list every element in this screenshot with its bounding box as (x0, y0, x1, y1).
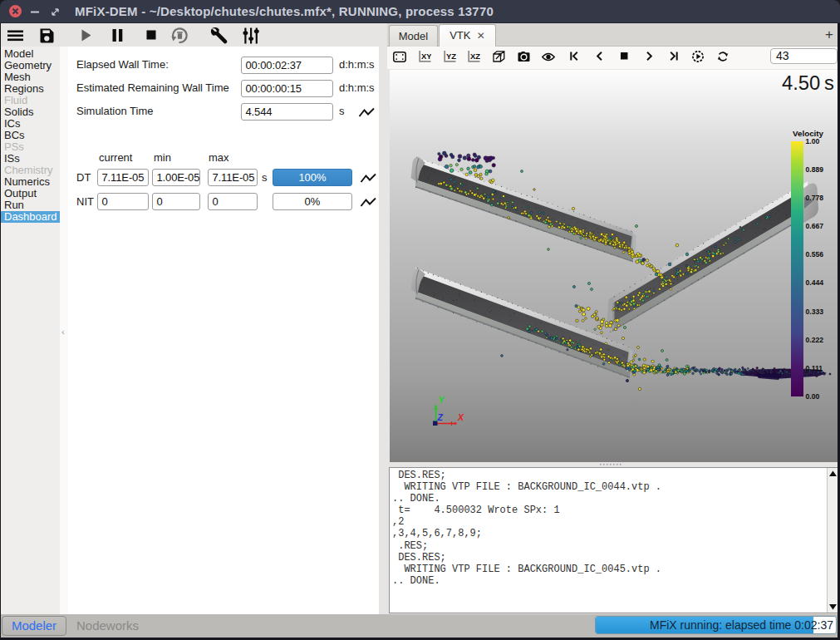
svg-text:1.00: 1.00 (806, 137, 820, 145)
svg-text:0.889: 0.889 (806, 165, 824, 174)
svg-text:0.778: 0.778 (806, 194, 824, 202)
svg-text:0.667: 0.667 (806, 222, 824, 230)
svg-text:X: X (457, 412, 464, 422)
svg-text:Z: Z (437, 412, 444, 422)
svg-text:0.333: 0.333 (806, 308, 824, 316)
svg-text:Y: Y (439, 395, 445, 405)
svg-text:0.00: 0.00 (806, 392, 820, 401)
svg-text:YZ: YZ (446, 52, 456, 61)
svg-text:4.50 s: 4.50 s (782, 71, 834, 94)
svg-text:XZ: XZ (470, 52, 480, 61)
svg-text:0.222: 0.222 (806, 336, 824, 344)
svg-text:0.111: 0.111 (806, 364, 823, 372)
svg-text:0.556: 0.556 (806, 250, 824, 258)
svg-text:XY: XY (421, 52, 431, 61)
svg-text:0.444: 0.444 (806, 278, 824, 287)
